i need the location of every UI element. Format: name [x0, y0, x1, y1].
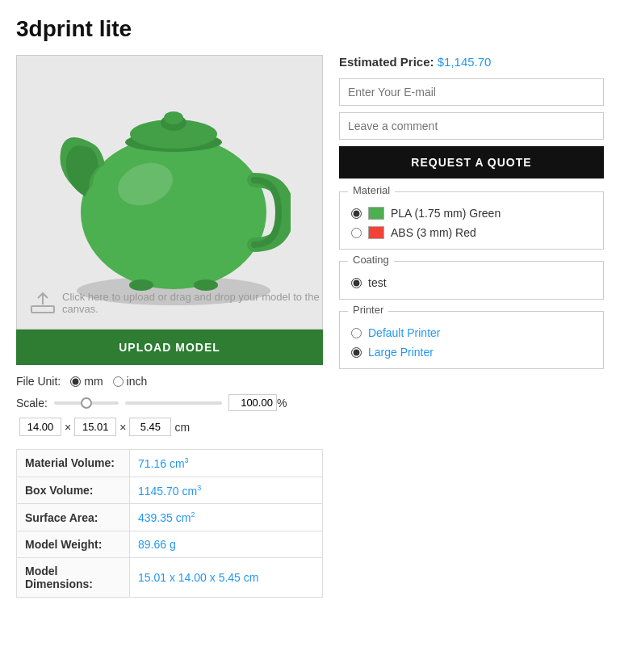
coating-group: Coating test — [339, 261, 604, 300]
material-pla-label: PLA (1.75 mm) Green — [391, 207, 501, 220]
material-group: Material PLA (1.75 mm) Green ABS (3 mm) … — [339, 191, 604, 250]
file-unit-mm-radio[interactable] — [70, 376, 81, 387]
table-row: Surface Area: 439.35 cm2 — [17, 504, 323, 531]
left-panel: Click here to upload or drag and drop yo… — [16, 55, 323, 598]
info-label: Surface Area: — [17, 504, 130, 531]
pla-color-swatch — [368, 207, 384, 220]
request-quote-button[interactable]: REQUEST A QUOTE — [339, 146, 604, 178]
dim-y-sep: × — [119, 421, 126, 434]
dim-x-input[interactable] — [19, 418, 61, 436]
material-option-pla[interactable]: PLA (1.75 mm) Green — [351, 207, 592, 220]
table-row: Material Volume: 71.16 cm3 — [17, 450, 323, 477]
printer-group: Printer Default Printer Large Printer — [339, 311, 604, 369]
file-unit-mm-option[interactable]: mm — [70, 375, 103, 388]
info-label: Model Dimensions: — [17, 557, 130, 597]
file-unit-inch-radio[interactable] — [113, 376, 124, 387]
scale-percent: % — [228, 394, 287, 411]
dim-unit: cm — [174, 421, 190, 434]
printer-default-radio[interactable] — [351, 328, 362, 338]
estimated-price-value: $1,145.70 — [438, 55, 492, 69]
scale-slider[interactable] — [54, 401, 119, 405]
info-value: 15.01 x 14.00 x 5.45 cm — [130, 557, 323, 597]
svg-point-7 — [129, 279, 153, 291]
file-unit-mm-label: mm — [84, 375, 103, 388]
printer-group-legend: Printer — [348, 304, 388, 316]
estimated-price: Estimated Price: $1,145.70 — [339, 55, 604, 69]
table-row: Box Volume: 1145.70 cm3 — [17, 477, 323, 504]
info-label: Model Weight: — [17, 531, 130, 557]
printer-option-default[interactable]: Default Printer — [351, 326, 592, 339]
abs-color-swatch — [368, 226, 384, 239]
model-canvas[interactable]: Click here to upload or drag and drop yo… — [16, 55, 323, 330]
material-abs-radio[interactable] — [351, 228, 362, 238]
material-option-abs[interactable]: ABS (3 mm) Red — [351, 226, 592, 239]
svg-point-1 — [81, 136, 266, 289]
svg-point-8 — [194, 279, 218, 291]
coating-test-radio[interactable] — [351, 278, 362, 288]
printer-large-label: Large Printer — [368, 346, 434, 359]
material-abs-label: ABS (3 mm) Red — [391, 226, 476, 239]
material-group-legend: Material — [348, 184, 395, 196]
coating-group-legend: Coating — [348, 254, 394, 266]
svg-rect-9 — [31, 306, 54, 313]
info-value: 1145.70 cm3 — [130, 477, 323, 504]
estimated-price-label: Estimated Price: — [339, 55, 434, 69]
svg-point-5 — [164, 111, 183, 124]
upload-hint: Click here to upload or drag and drop yo… — [30, 290, 322, 316]
material-pla-radio[interactable] — [351, 208, 362, 219]
info-label: Material Volume: — [17, 450, 130, 477]
scale-label: Scale: — [16, 397, 48, 410]
file-unit-inch-label: inch — [127, 375, 148, 388]
scale-row: Scale: % — [16, 394, 323, 411]
email-input[interactable] — [339, 78, 604, 106]
teapot-render — [17, 56, 322, 329]
dim-x-sep: × — [65, 421, 71, 434]
comment-input[interactable] — [339, 112, 604, 140]
info-value: 89.66 g — [130, 531, 323, 557]
upload-model-button[interactable]: UPLOAD MODEL — [16, 330, 323, 365]
right-panel: Estimated Price: $1,145.70 REQUEST A QUO… — [339, 55, 604, 380]
table-row: Model Weight: 89.66 g — [17, 531, 323, 557]
scale-right-track — [125, 401, 222, 405]
scale-suffix: % — [277, 397, 287, 410]
file-unit-label: File Unit: — [16, 375, 61, 388]
table-row: Model Dimensions: 15.01 x 14.00 x 5.45 c… — [17, 557, 323, 597]
file-unit-inch-option[interactable]: inch — [113, 375, 148, 388]
coating-test-label: test — [368, 276, 387, 289]
file-unit-row: File Unit: mm inch — [16, 375, 323, 388]
coating-option-test[interactable]: test — [351, 276, 592, 289]
info-value: 71.16 cm3 — [130, 450, 323, 477]
printer-default-label: Default Printer — [368, 326, 440, 339]
dim-y-input[interactable] — [74, 418, 116, 436]
info-label: Box Volume: — [17, 477, 130, 504]
app-title: 3dprint lite — [16, 16, 604, 42]
dim-z-input[interactable] — [129, 418, 171, 436]
scale-input[interactable] — [228, 394, 277, 411]
info-table: Material Volume: 71.16 cm3 Box Volume: 1… — [16, 449, 323, 598]
dimensions-row: × × cm — [19, 418, 323, 436]
printer-option-large[interactable]: Large Printer — [351, 346, 592, 359]
info-value: 439.35 cm2 — [130, 504, 323, 531]
printer-large-radio[interactable] — [351, 347, 362, 358]
